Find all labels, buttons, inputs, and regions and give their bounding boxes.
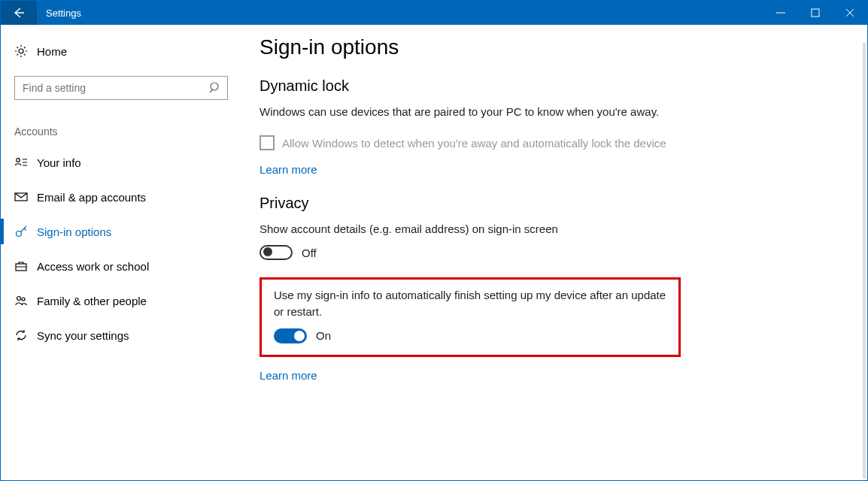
dynamic-lock-checkbox (259, 135, 275, 150)
key-icon (14, 225, 37, 238)
sidebar-item-signin[interactable]: Sign-in options (1, 214, 241, 249)
sidebar-item-label: Sync your settings (37, 329, 129, 342)
window-title: Settings (37, 1, 81, 25)
sidebar-item-label: Your info (37, 156, 81, 169)
sidebar-item-sync[interactable]: Sync your settings (1, 318, 241, 352)
minimize-icon (776, 8, 785, 17)
privacy-toggle2-value: On (316, 328, 331, 344)
person-card-icon (14, 156, 37, 169)
sidebar-item-family[interactable]: Family & other people (1, 283, 241, 318)
highlighted-setting-box: Use my sign-in info to automatically fin… (259, 277, 681, 356)
svg-point-7 (17, 297, 21, 301)
sidebar-section-header: Accounts (1, 100, 241, 141)
home-nav[interactable]: Home (1, 34, 241, 68)
privacy-auto-signin-toggle[interactable] (274, 328, 307, 343)
svg-point-3 (17, 159, 20, 162)
close-button[interactable] (833, 1, 867, 25)
home-label: Home (37, 45, 67, 58)
arrow-left-icon (12, 6, 26, 20)
dynamic-lock-heading: Dynamic lock (259, 77, 681, 95)
search-input[interactable] (15, 77, 227, 99)
back-button[interactable] (1, 1, 37, 25)
maximize-button[interactable] (798, 1, 833, 25)
dynamic-lock-checkbox-label: Allow Windows to detect when you're away… (282, 135, 666, 151)
people-icon (14, 294, 37, 307)
svg-point-1 (19, 49, 23, 53)
minimize-button[interactable] (763, 1, 798, 25)
maximize-icon (811, 8, 820, 17)
page-title: Sign-in options (259, 35, 845, 59)
search-icon (209, 81, 221, 96)
privacy-toggle1-label: Show account details (e.g. email address… (259, 221, 681, 237)
sidebar-item-work-school[interactable]: Access work or school (1, 249, 241, 283)
sidebar-item-email[interactable]: Email & app accounts (1, 180, 241, 214)
mail-icon (14, 190, 37, 204)
sidebar-item-label: Family & other people (37, 295, 147, 307)
sync-icon (14, 328, 37, 342)
svg-rect-0 (812, 9, 819, 17)
privacy-learn-more-link[interactable]: Learn more (259, 369, 317, 382)
sidebar-item-label: Sign-in options (37, 225, 111, 238)
privacy-heading: Privacy (259, 195, 681, 212)
sidebar-item-label: Access work or school (37, 260, 149, 273)
briefcase-icon (14, 259, 37, 273)
search-box[interactable] (14, 76, 228, 100)
gear-icon (14, 44, 37, 58)
privacy-show-details-toggle[interactable] (259, 245, 293, 260)
sidebar-item-label: Email & app accounts (37, 191, 146, 204)
svg-point-8 (22, 298, 25, 301)
svg-point-2 (211, 83, 218, 90)
sidebar-item-your-info[interactable]: Your info (1, 145, 241, 180)
scrollbar[interactable] (863, 43, 866, 479)
close-icon (845, 8, 854, 17)
privacy-toggle1-value: Off (302, 245, 317, 262)
svg-point-5 (17, 231, 22, 237)
dynamic-lock-learn-more-link[interactable]: Learn more (259, 163, 317, 176)
dynamic-lock-description: Windows can use devices that are paired … (259, 104, 681, 120)
privacy-toggle2-label: Use my sign-in info to automatically fin… (274, 287, 666, 320)
